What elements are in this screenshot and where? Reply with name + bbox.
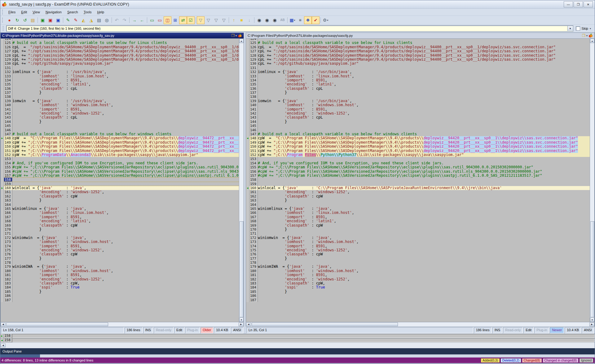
code-text[interactable]: } bbox=[258, 91, 590, 95]
previous-difference-icon[interactable]: ← bbox=[138, 16, 146, 24]
find-icon[interactable]: ◉ bbox=[255, 16, 263, 24]
save-second-file-icon[interactable]: ▣ bbox=[46, 16, 54, 24]
code-text[interactable]: 'encoding' : 'windows-1252', bbox=[258, 111, 590, 115]
edit-second-file-icon[interactable]: ✎ bbox=[72, 16, 80, 24]
print-icon[interactable]: ▤ bbox=[95, 16, 103, 24]
diff-legend-changed-in-changed[interactable]: Changed in changed(8) bbox=[543, 358, 579, 363]
code-text[interactable]: 'iomhost' : 'windows.iom.host', bbox=[258, 269, 590, 273]
combo-dropdown-button[interactable]: ▼ bbox=[567, 26, 573, 31]
scroll-up-icon[interactable]: ▲ bbox=[590, 39, 594, 43]
first-file-header[interactable]: C:\Program Files\Python\Python37\Lib\sit… bbox=[0, 32, 244, 39]
code-text[interactable]: # And, if you've configured IOM to use E… bbox=[258, 161, 590, 165]
split-view-icon[interactable]: ⊞ bbox=[171, 16, 179, 24]
code-text[interactable]: cpL += ":/opt/github/saspy/java/saspyiom… bbox=[258, 62, 590, 66]
code-text[interactable]: iomwin = {'java' : '/usr/bin/java', bbox=[12, 99, 239, 103]
scrollbar-thumb[interactable] bbox=[590, 221, 594, 317]
filter-changed-icon[interactable]: ▽ bbox=[220, 16, 228, 24]
code-text[interactable] bbox=[258, 298, 590, 302]
maximize-button[interactable]: ❐ bbox=[574, 1, 583, 7]
code-text[interactable]: 'iomport' : 8591, bbox=[12, 273, 239, 277]
copy-block-first-icon[interactable]: ◭ bbox=[80, 16, 87, 24]
menu-files[interactable]: Files bbox=[6, 9, 18, 15]
chevron-down-icon[interactable]: ▾ bbox=[590, 27, 591, 30]
code-text[interactable] bbox=[258, 261, 590, 265]
code-text[interactable]: 'classpath' : cpW bbox=[258, 223, 590, 228]
code-text[interactable]: } bbox=[258, 198, 590, 202]
scroll-up-icon[interactable]: ▲ bbox=[239, 39, 244, 43]
code-text[interactable]: 'classpath' : cpW bbox=[258, 194, 590, 198]
code-text[interactable]: winiomlinux = {'java' : 'java', bbox=[258, 207, 590, 211]
compare-file-icon[interactable] bbox=[589, 34, 593, 37]
code-text[interactable]: 'classpath' : cpW, bbox=[12, 281, 239, 285]
edit-indicator[interactable]: Edit bbox=[174, 327, 184, 333]
edit-indicator[interactable]: Edit bbox=[523, 327, 534, 333]
diffbar-grip[interactable] bbox=[3, 26, 5, 31]
diff-legend-added[interactable]: Added(0,3) bbox=[481, 358, 500, 363]
code-text[interactable] bbox=[12, 232, 239, 236]
code-text[interactable] bbox=[258, 232, 590, 236]
code-text[interactable]: cpW += ";C:\\Program Files\\Python\\Pyth… bbox=[258, 153, 590, 157]
code-text[interactable]: 'encoding' : 'latin1', bbox=[258, 219, 590, 223]
code-text[interactable]: 'encoding' : 'latin1', bbox=[12, 82, 239, 86]
code-text[interactable]: 'iomhost' : 'windows.iom.host', bbox=[258, 103, 590, 107]
code-text[interactable]: 'classpath' : cpL bbox=[258, 115, 590, 119]
open-files-icon[interactable]: ▤ bbox=[29, 16, 37, 24]
copy-block-second-icon[interactable]: ◮ bbox=[87, 16, 95, 24]
show-both-files-icon[interactable]: ◫ bbox=[164, 16, 171, 24]
menu-grip[interactable] bbox=[2, 10, 4, 15]
code-text[interactable]: 'sspi' : True bbox=[12, 285, 239, 289]
code-text[interactable]: cpL = "/opt/sasinside/SASHome/SASDeploym… bbox=[258, 45, 590, 49]
code-text[interactable]: cpL += ":/opt/sasinside/SASHome/SASDeplo… bbox=[258, 49, 590, 53]
line-inspector-text[interactable] bbox=[12, 334, 595, 338]
code-text[interactable]: } bbox=[12, 198, 239, 202]
code-text[interactable]: 'iomport' : 8591, bbox=[12, 215, 239, 219]
plugins-icon[interactable]: ❖ bbox=[304, 16, 312, 24]
code-text[interactable] bbox=[12, 128, 239, 132]
code-text[interactable] bbox=[12, 178, 239, 182]
line-inspector-icon[interactable]: ≡ bbox=[296, 16, 304, 24]
code-text[interactable]: cpW += ";C:\\Program Files\\SASHome\\SAS… bbox=[258, 145, 590, 149]
code-text[interactable]: cpW += ";C:\\Program Files\\SASHome\\SAS… bbox=[12, 149, 239, 153]
recompare-swapped-icon[interactable]: ↺ bbox=[21, 16, 29, 24]
output-pane-tab[interactable] bbox=[0, 354, 40, 358]
code-text[interactable]: } bbox=[258, 257, 590, 261]
minimize-button[interactable]: — bbox=[564, 1, 573, 7]
next-difference-icon[interactable]: → bbox=[130, 16, 138, 24]
filter-all-differences-icon[interactable]: ▽ bbox=[197, 16, 205, 24]
diff-legend-deleted[interactable]: Deleted(0,2) bbox=[500, 358, 521, 363]
close-button[interactable]: ✕ bbox=[584, 1, 593, 7]
code-text[interactable]: cpW = "C:\\Program Files\\SASHome\\SASDe… bbox=[258, 136, 590, 140]
code-text[interactable]: winlocal = {'java' : 'C:\\Program Files\… bbox=[258, 186, 590, 190]
code-text[interactable]: 'iomport' : 8591, bbox=[258, 215, 590, 219]
code-text[interactable] bbox=[12, 66, 239, 70]
code-text[interactable]: cpW += ";C:\\Program Files\\SASHome\\SAS… bbox=[258, 149, 590, 153]
menu-search[interactable]: Search bbox=[64, 9, 81, 15]
compare-file-icon[interactable] bbox=[238, 34, 242, 37]
code-text[interactable]: winiomIWA = {'java' : 'java', bbox=[12, 265, 239, 269]
code-text[interactable]: # build out a local classpath variable t… bbox=[258, 41, 590, 45]
code-text[interactable]: 'classpath' : cpL bbox=[12, 87, 239, 91]
code-text[interactable]: 'encoding' : 'windows-1252', bbox=[258, 277, 590, 281]
show-first-file-icon[interactable]: ▭ bbox=[148, 16, 156, 24]
scrollbar-thumb[interactable] bbox=[252, 323, 398, 326]
code-text[interactable]: } bbox=[12, 120, 239, 124]
scroll-right-icon[interactable]: ▶ bbox=[239, 323, 244, 326]
code-text[interactable] bbox=[12, 95, 239, 99]
code-text[interactable]: iomwin = {'java' : '/usr/bin/java', bbox=[258, 99, 590, 103]
code-text[interactable]: 'iomport' : 8591, bbox=[258, 107, 590, 111]
first-difference-icon[interactable]: ↑ bbox=[230, 16, 238, 24]
code-text[interactable] bbox=[12, 157, 239, 161]
code-text[interactable]: 'encoding' : 'windows-1252', bbox=[12, 248, 239, 252]
code-text[interactable]: } bbox=[12, 228, 239, 232]
code-text[interactable]: 'iomhost' : 'linux.iom.host', bbox=[12, 211, 239, 215]
code-text[interactable]: 'classpath' : cpW, bbox=[258, 281, 590, 285]
code-text[interactable]: 'encoding' : 'windows-1252', bbox=[258, 248, 590, 252]
chevron-down-icon[interactable]: ▾ bbox=[236, 34, 237, 37]
edit-first-file-icon[interactable]: ✎ bbox=[64, 16, 72, 24]
code-text[interactable]: } bbox=[258, 120, 590, 124]
scroll-left-icon[interactable]: ◀ bbox=[1, 323, 6, 326]
search-icon[interactable]: ◎ bbox=[103, 16, 111, 24]
code-text[interactable]: cpW += ";C:\\Program Files\\SASHome\\SAS… bbox=[258, 141, 590, 145]
find-previous-icon[interactable]: ◉ bbox=[271, 16, 279, 24]
second-file-code[interactable]: 124125# build out a local classpath vari… bbox=[246, 39, 590, 322]
